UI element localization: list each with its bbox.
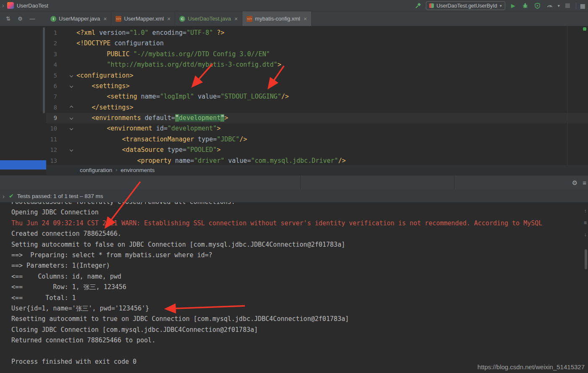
console-line: PooledDataSource forcefully closed/remov… [11, 202, 588, 207]
line-number: 12 [46, 145, 57, 155]
soft-wrap-icon[interactable]: ≡ [584, 220, 587, 226]
close-icon[interactable]: × [167, 16, 171, 22]
code-text: <property name="driver" value="com.mysql… [76, 157, 346, 164]
code-text: <environments default="development"> [76, 114, 228, 122]
console-line: Setting autocommit to false on JDBC Conn… [11, 240, 588, 250]
debug-bug-icon[interactable] [521, 2, 530, 10]
console-line: <== Total: 1 [11, 293, 588, 303]
console-line: Thu Jun 24 09:32:14 CST 2021 WARN: Estab… [11, 218, 588, 229]
profiler-icon[interactable] [546, 2, 554, 10]
line-number: 5 [46, 70, 57, 81]
stop-button [564, 2, 572, 10]
code-line-13[interactable]: 13 <property name="driver" value="com.my… [46, 156, 588, 165]
console-scrollbar[interactable] [585, 249, 587, 269]
code-line-12[interactable]: 12 <dataSource type="POOLED"> [46, 145, 588, 155]
close-icon[interactable]: × [234, 16, 238, 22]
fold-down-icon[interactable] [70, 84, 73, 88]
code-text: <settings> [76, 82, 129, 90]
run-with-coverage-icon[interactable] [533, 2, 542, 10]
tab-UserMapper.xml[interactable]: </>UserMapper.xml× [111, 11, 175, 26]
scroll-up-icon[interactable]: ↑ [584, 208, 586, 214]
layout-grid-icon[interactable]: ▦ [580, 3, 585, 9]
fold-down-icon[interactable] [70, 73, 73, 77]
tab-label: UserMapper.xml [124, 16, 164, 22]
line-number: 11 [46, 134, 57, 145]
scroll-down-icon[interactable]: ↓ [584, 232, 586, 237]
editor-tab-bar: ⇅ ⚙ — IUserMapper.java×</>UserMapper.xml… [0, 11, 588, 26]
chevron-right-icon: › [2, 3, 4, 8]
code-line-4[interactable]: 4 "http://mybatis.org/dtd/mybatis-3-conf… [46, 60, 588, 70]
line-number: 3 [46, 49, 57, 60]
fold-down-icon[interactable] [70, 148, 73, 151]
java-class-file-icon: C [179, 16, 185, 22]
code-text: <dataSource type="POOLED"> [76, 146, 220, 154]
test-passed-check-icon: ✔ [9, 193, 14, 199]
console-line: Closing JDBC Connection [com.mysql.jdbc.… [11, 325, 588, 335]
code-line-7[interactable]: 7 <setting name="logImpl" value="STDOUT_… [46, 91, 588, 102]
tab-UserMapper.java[interactable]: IUserMapper.java× [46, 11, 111, 26]
watermark-url: https://blog.csdn.net/weixin_51415327 [478, 363, 585, 370]
fold-down-icon[interactable] [70, 116, 73, 120]
tab-mybatis-config.xml[interactable]: </>mybatis-config.xml× [242, 11, 312, 26]
right-margin-guide [567, 26, 568, 165]
editor-tabs: IUserMapper.java×</>UserMapper.xml×CUser… [46, 11, 312, 26]
project-panel-scrollbar[interactable] [43, 27, 45, 113]
sort-icon[interactable]: ⇅ [6, 16, 10, 22]
code-text: <transactionManager type="JDBC"/> [76, 136, 247, 143]
chevron-right-icon[interactable]: › [3, 193, 5, 200]
close-icon[interactable]: × [304, 16, 307, 22]
build-hammer-icon[interactable] [414, 2, 422, 10]
tab-UserDaoTest.java[interactable]: CUserDaoTest.java× [175, 11, 242, 26]
code-text: PUBLIC "-//mybatis.org//DTD Config 3.0//… [76, 50, 270, 58]
code-line-5[interactable]: 5<configuration> [46, 70, 588, 81]
toolbar-separator [576, 3, 576, 9]
app-logo-icon [7, 2, 14, 9]
console-line: <== Columns: id, name, pwd [11, 271, 588, 282]
fold-up-icon[interactable] [70, 105, 73, 109]
tab-label: UserMapper.java [59, 16, 100, 22]
gear-icon[interactable]: ⚙ [18, 16, 23, 22]
line-number: 4 [46, 60, 57, 70]
hide-panel-icon[interactable]: — [30, 16, 35, 22]
inspection-status-icon[interactable] [583, 27, 586, 31]
code-line-11[interactable]: 11 <transactionManager type="JDBC"/> [46, 134, 588, 145]
console-line: Created connection 788625466. [11, 229, 588, 239]
fold-gutter [57, 102, 76, 113]
gear-icon[interactable]: ⚙ [572, 179, 578, 187]
line-number: 2 [46, 38, 57, 49]
project-selected-item[interactable] [0, 160, 46, 170]
close-icon[interactable]: × [103, 16, 107, 22]
code-line-8[interactable]: 8 </settings> [46, 102, 588, 113]
code-line-2[interactable]: 2<!DOCTYPE configuration [46, 38, 588, 49]
console-line [11, 346, 588, 356]
test-status-bar: › ✔ Tests passed: 1 of 1 test – 837 ms [0, 190, 588, 202]
toolbar-divider [300, 175, 301, 190]
hide-panel-icon[interactable]: ≡ [583, 179, 586, 186]
line-number: 9 [46, 113, 57, 123]
breadcrumb-item-environments[interactable]: environments [121, 167, 155, 173]
code-line-9[interactable]: 9 <environments default="development"> [46, 113, 588, 123]
run-button[interactable]: ▶ [509, 2, 517, 10]
project-panel-toolbar: ⇅ ⚙ — [0, 11, 46, 26]
code-text: <?xml version="1.0" encoding="UTF-8" ?> [76, 29, 224, 37]
code-line-1[interactable]: 1<?xml version="1.0" encoding="UTF-8" ?> [46, 28, 588, 38]
console-side-icons: ↑ ≡ ↓ [584, 208, 587, 237]
fold-gutter [57, 70, 76, 81]
chevron-down-icon[interactable]: ▾ [558, 3, 560, 8]
run-configuration-select[interactable]: UserDaoTest.getUserById ▾ [426, 1, 505, 10]
line-number: 10 [46, 123, 57, 134]
code-line-6[interactable]: 6 <settings> [46, 81, 588, 91]
fold-gutter [57, 113, 76, 123]
fold-down-icon[interactable] [70, 127, 73, 130]
run-console[interactable]: PooledDataSource forcefully closed/remov… [0, 202, 588, 373]
code-line-10[interactable]: 10 <environment id="development"> [46, 123, 588, 134]
fold-gutter [57, 145, 76, 155]
project-panel[interactable] [0, 26, 46, 175]
stop-square-icon [565, 3, 570, 8]
console-line: ==> Parameters: 1(Integer) [11, 261, 588, 271]
code-line-3[interactable]: 3 PUBLIC "-//mybatis.org//DTD Config 3.0… [46, 49, 588, 60]
code-editor[interactable]: 1<?xml version="1.0" encoding="UTF-8" ?>… [46, 26, 588, 165]
breadcrumb-item-configuration[interactable]: configuration [80, 167, 112, 173]
line-number: 13 [46, 156, 57, 165]
code-text: "http://mybatis.org/dtd/mybatis-3-config… [76, 61, 281, 68]
